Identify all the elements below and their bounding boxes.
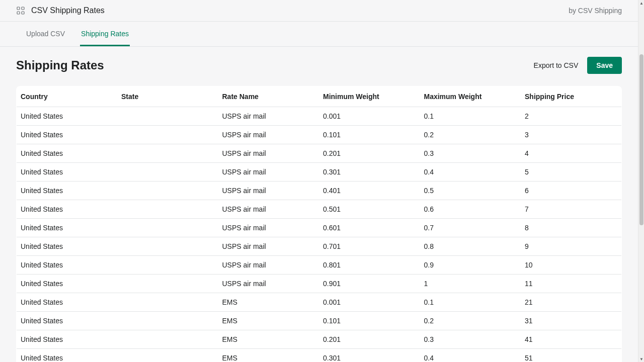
cell-state: [117, 293, 218, 312]
svg-rect-3: [22, 12, 24, 14]
cell-min-weight: 0.101: [319, 312, 420, 330]
cell-min-weight: 0.301: [319, 163, 420, 182]
app-grid-icon: [16, 6, 25, 15]
save-button[interactable]: Save: [587, 57, 622, 74]
cell-min-weight: 0.001: [319, 107, 420, 126]
svg-rect-0: [17, 7, 20, 10]
tab-upload-csv[interactable]: Upload CSV: [25, 22, 66, 46]
cell-price: 31: [521, 312, 622, 330]
table-row[interactable]: United StatesUSPS air mail0.4010.56: [17, 182, 622, 200]
table-row[interactable]: United StatesEMS0.0010.121: [17, 293, 622, 312]
table-row[interactable]: United StatesUSPS air mail0.8010.910: [17, 256, 622, 275]
scrollbar-thumb[interactable]: [639, 54, 643, 225]
cell-min-weight: 0.601: [319, 219, 420, 237]
cell-country: United States: [17, 219, 118, 237]
cell-country: United States: [17, 200, 118, 219]
content: Shipping Rates Export to CSV Save Countr…: [0, 47, 638, 362]
cell-min-weight: 0.001: [319, 293, 420, 312]
app-header: CSV Shipping Rates by CSV Shipping: [0, 0, 638, 22]
cell-country: United States: [17, 275, 118, 293]
table-row[interactable]: United StatesUSPS air mail0.7010.89: [17, 237, 622, 256]
cell-country: United States: [17, 330, 118, 349]
cell-rate-name: EMS: [218, 349, 319, 363]
cell-rate-name: EMS: [218, 293, 319, 312]
cell-rate-name: USPS air mail: [218, 182, 319, 200]
col-header-rate: Rate Name: [218, 86, 319, 107]
cell-country: United States: [17, 293, 118, 312]
cell-price: 6: [521, 182, 622, 200]
cell-max-weight: 1: [420, 275, 521, 293]
cell-max-weight: 0.4: [420, 163, 521, 182]
cell-country: United States: [17, 144, 118, 163]
cell-country: United States: [17, 256, 118, 275]
cell-min-weight: 0.901: [319, 275, 420, 293]
svg-rect-1: [22, 7, 24, 10]
cell-max-weight: 0.5: [420, 182, 521, 200]
tab-shipping-rates[interactable]: Shipping Rates: [80, 22, 130, 46]
cell-max-weight: 0.1: [420, 293, 521, 312]
cell-country: United States: [17, 349, 118, 363]
page-title: Shipping Rates: [16, 58, 104, 72]
table-row[interactable]: United StatesUSPS air mail0.3010.45: [17, 163, 622, 182]
cell-country: United States: [17, 126, 118, 144]
cell-state: [117, 182, 218, 200]
cell-max-weight: 0.8: [420, 237, 521, 256]
cell-min-weight: 0.801: [319, 256, 420, 275]
cell-rate-name: USPS air mail: [218, 107, 319, 126]
cell-price: 3: [521, 126, 622, 144]
table-row[interactable]: United StatesEMS0.1010.231: [17, 312, 622, 330]
tabs: Upload CSV Shipping Rates: [0, 22, 638, 47]
cell-min-weight: 0.101: [319, 126, 420, 144]
cell-min-weight: 0.201: [319, 144, 420, 163]
cell-max-weight: 0.7: [420, 219, 521, 237]
cell-min-weight: 0.401: [319, 182, 420, 200]
cell-min-weight: 0.501: [319, 200, 420, 219]
table-row[interactable]: United StatesUSPS air mail0.2010.34: [17, 144, 622, 163]
cell-state: [117, 126, 218, 144]
cell-price: 10: [521, 256, 622, 275]
cell-price: 7: [521, 200, 622, 219]
scroll-up-icon[interactable]: ▲: [638, 0, 644, 6]
cell-state: [117, 330, 218, 349]
cell-max-weight: 0.2: [420, 126, 521, 144]
cell-country: United States: [17, 312, 118, 330]
table-row[interactable]: United StatesUSPS air mail0.5010.67: [17, 200, 622, 219]
cell-state: [117, 163, 218, 182]
cell-country: United States: [17, 163, 118, 182]
cell-rate-name: USPS air mail: [218, 144, 319, 163]
vertical-scrollbar[interactable]: ▲ ▼: [638, 0, 644, 362]
cell-max-weight: 0.6: [420, 200, 521, 219]
col-header-country: Country: [17, 86, 118, 107]
table-row[interactable]: United StatesEMS0.2010.341: [17, 330, 622, 349]
cell-price: 5: [521, 163, 622, 182]
cell-state: [117, 275, 218, 293]
cell-min-weight: 0.201: [319, 330, 420, 349]
cell-price: 51: [521, 349, 622, 363]
cell-rate-name: USPS air mail: [218, 275, 319, 293]
table-row[interactable]: United StatesEMS0.3010.451: [17, 349, 622, 363]
table-row[interactable]: United StatesUSPS air mail0.6010.78: [17, 219, 622, 237]
svg-rect-2: [17, 12, 20, 14]
table-row[interactable]: United StatesUSPS air mail0.0010.12: [17, 107, 622, 126]
table-row[interactable]: United StatesUSPS air mail0.1010.23: [17, 126, 622, 144]
cell-min-weight: 0.301: [319, 349, 420, 363]
export-csv-button[interactable]: Export to CSV: [534, 61, 579, 69]
cell-rate-name: EMS: [218, 312, 319, 330]
cell-max-weight: 0.4: [420, 349, 521, 363]
table-row[interactable]: United StatesUSPS air mail0.901111: [17, 275, 622, 293]
cell-max-weight: 0.1: [420, 107, 521, 126]
cell-max-weight: 0.2: [420, 312, 521, 330]
app-author: by CSV Shipping: [569, 7, 622, 15]
title-row: Shipping Rates Export to CSV Save: [16, 57, 622, 74]
cell-rate-name: EMS: [218, 330, 319, 349]
cell-price: 4: [521, 144, 622, 163]
cell-max-weight: 0.9: [420, 256, 521, 275]
cell-state: [117, 256, 218, 275]
cell-price: 41: [521, 330, 622, 349]
cell-max-weight: 0.3: [420, 144, 521, 163]
cell-rate-name: USPS air mail: [218, 200, 319, 219]
scroll-down-icon[interactable]: ▼: [638, 356, 644, 362]
shipping-rates-table: Country State Rate Name Minimum Weight M…: [16, 86, 622, 362]
cell-rate-name: USPS air mail: [218, 126, 319, 144]
app-title: CSV Shipping Rates: [31, 6, 105, 15]
